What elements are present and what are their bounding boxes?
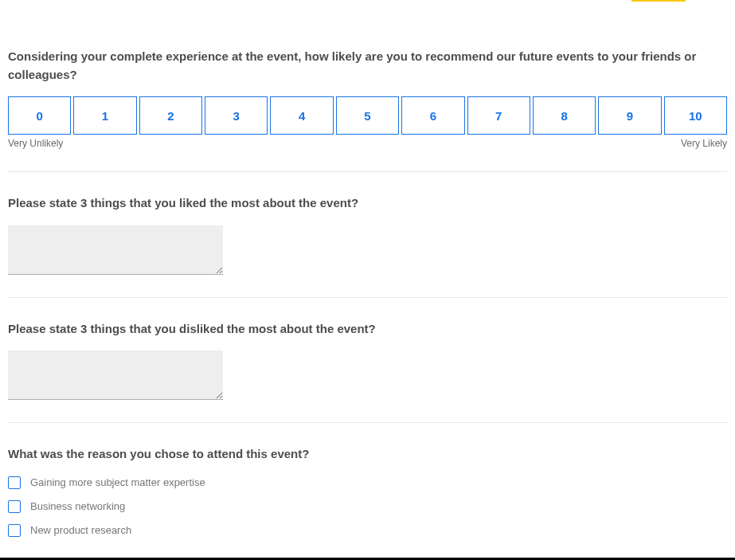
liked-textarea[interactable] <box>8 225 223 275</box>
question-liked-prompt: Please state 3 things that you liked the… <box>8 194 727 213</box>
question-liked: Please state 3 things that you liked the… <box>8 194 727 275</box>
nps-option-1[interactable]: 1 <box>73 96 136 135</box>
nps-anchor-low: Very Unlikely <box>8 138 63 149</box>
divider <box>8 422 727 423</box>
reason-checkbox-list: Gaining more subject matter expertise Bu… <box>8 476 727 537</box>
nps-option-3[interactable]: 3 <box>205 96 268 135</box>
divider <box>8 297 727 298</box>
nps-option-10[interactable]: 10 <box>664 96 727 135</box>
nps-option-0[interactable]: 0 <box>8 96 71 135</box>
checkbox-icon <box>8 476 21 489</box>
survey-content: Considering your complete experience at … <box>0 0 735 537</box>
disliked-textarea[interactable] <box>8 350 223 400</box>
divider <box>8 171 727 172</box>
reason-option-label: New product research <box>30 524 131 536</box>
nps-option-5[interactable]: 5 <box>336 96 399 135</box>
reason-option-label: Gaining more subject matter expertise <box>30 476 205 488</box>
question-disliked-prompt: Please state 3 things that you disliked … <box>8 320 727 339</box>
nps-option-8[interactable]: 8 <box>533 96 596 135</box>
accent-bar <box>631 0 686 2</box>
nps-anchor-high: Very Likely <box>681 138 727 149</box>
checkbox-icon <box>8 524 21 537</box>
nps-option-7[interactable]: 7 <box>467 96 530 135</box>
reason-option-networking[interactable]: Business networking <box>8 500 727 513</box>
nps-anchors: Very Unlikely Very Likely <box>8 138 727 149</box>
question-reason-prompt: What was the reason you chose to attend … <box>8 445 727 464</box>
question-reason: What was the reason you chose to attend … <box>8 445 727 537</box>
nps-option-9[interactable]: 9 <box>598 96 661 135</box>
nps-scale-row: 0 1 2 3 4 5 6 7 8 9 10 <box>8 96 727 135</box>
nps-option-6[interactable]: 6 <box>401 96 464 135</box>
checkbox-icon <box>8 500 21 513</box>
question-nps-prompt: Considering your complete experience at … <box>8 48 727 84</box>
nps-option-2[interactable]: 2 <box>139 96 202 135</box>
nps-option-4[interactable]: 4 <box>270 96 333 135</box>
question-nps: Considering your complete experience at … <box>8 48 727 149</box>
reason-option-product-research[interactable]: New product research <box>8 524 727 537</box>
question-disliked: Please state 3 things that you disliked … <box>8 320 727 401</box>
reason-option-label: Business networking <box>30 500 125 512</box>
reason-option-expertise[interactable]: Gaining more subject matter expertise <box>8 476 727 489</box>
